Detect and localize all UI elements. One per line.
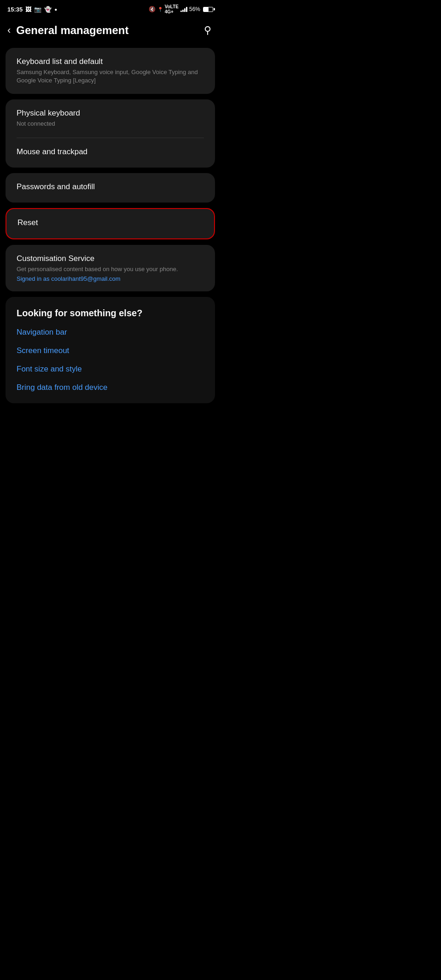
looking-for-title: Looking for something else? [17, 308, 204, 319]
customisation-item[interactable]: Customisation Service Get personalised c… [6, 245, 215, 291]
customisation-subtitle: Get personalised content based on how yo… [17, 265, 204, 273]
status-bar-left: 15:35 🖼 📷 👻 ● [7, 6, 57, 13]
battery-icon [203, 7, 213, 12]
search-icon[interactable]: ⚲ [204, 24, 211, 36]
keyboard-list-title: Keyboard list and default [17, 57, 204, 66]
page-header: ‹ General management ⚲ [0, 17, 220, 44]
input-section: Physical keyboard Not connected Mouse an… [6, 99, 215, 167]
status-bar-right: 🔇 📍 VoLTE4G+ 56% [149, 4, 213, 14]
header-left: ‹ General management [7, 24, 128, 37]
signal-bars [180, 6, 187, 12]
keyboard-list-item[interactable]: Keyboard list and default Samsung Keyboa… [6, 48, 215, 94]
time-display: 15:35 [7, 6, 23, 13]
physical-keyboard-title: Physical keyboard [17, 109, 204, 118]
battery-percent: 56% [189, 6, 200, 12]
passwords-autofill-item[interactable]: Passwords and autofill [6, 173, 215, 203]
passwords-section: Passwords and autofill [6, 173, 215, 203]
physical-keyboard-item[interactable]: Physical keyboard Not connected [6, 99, 215, 137]
keyboard-list-subtitle: Samsung Keyboard, Samsung voice input, G… [17, 68, 204, 85]
reset-item[interactable]: Reset [6, 209, 214, 238]
bring-data-link[interactable]: Bring data from old device [17, 383, 204, 392]
mute-icon: 🔇 [149, 6, 156, 12]
passwords-autofill-title: Passwords and autofill [17, 182, 204, 191]
customisation-signed-in: Signed in as coolarihant95@gmail.com [17, 275, 204, 282]
reset-section: Reset [6, 208, 215, 239]
page-title: General management [16, 24, 128, 37]
looking-for-section: Looking for something else? Navigation b… [6, 297, 215, 403]
instagram-icon: 📷 [34, 6, 41, 13]
dot-indicator: ● [54, 7, 57, 12]
mouse-trackpad-title: Mouse and trackpad [17, 147, 204, 157]
back-button[interactable]: ‹ [7, 24, 11, 36]
keyboard-list-section: Keyboard list and default Samsung Keyboa… [6, 48, 215, 94]
network-type: VoLTE4G+ [165, 4, 179, 14]
screen-timeout-link[interactable]: Screen timeout [17, 346, 204, 355]
customisation-section: Customisation Service Get personalised c… [6, 245, 215, 291]
font-size-style-link[interactable]: Font size and style [17, 365, 204, 374]
status-bar: 15:35 🖼 📷 👻 ● 🔇 📍 VoLTE4G+ 56% [0, 0, 220, 17]
navigation-bar-link[interactable]: Navigation bar [17, 328, 204, 337]
customisation-title: Customisation Service [17, 254, 204, 263]
mouse-trackpad-item[interactable]: Mouse and trackpad [6, 138, 215, 168]
reset-title: Reset [17, 218, 203, 227]
snapchat-icon: 👻 [44, 6, 52, 13]
gallery-icon: 🖼 [25, 6, 31, 13]
location-icon: 📍 [157, 7, 163, 12]
physical-keyboard-subtitle: Not connected [17, 120, 204, 128]
